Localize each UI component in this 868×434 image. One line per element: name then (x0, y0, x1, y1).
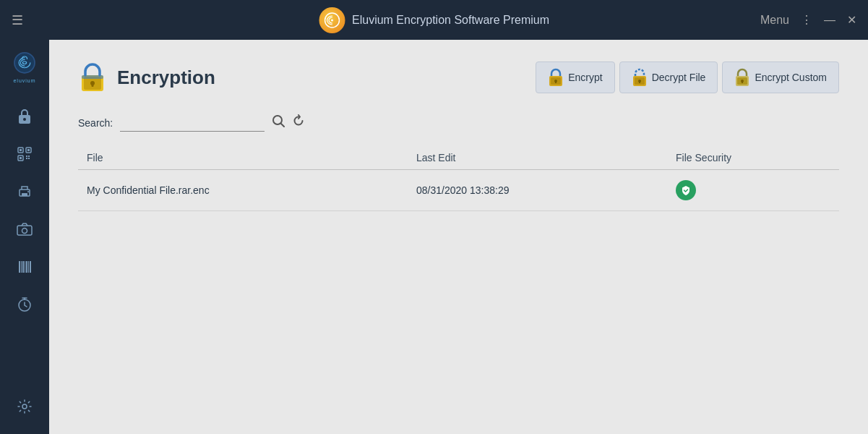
file-security-cell (667, 170, 839, 211)
decrypt-button[interactable]: Decrypt File (619, 61, 718, 93)
decrypt-lock-icon (632, 68, 648, 87)
svg-rect-10 (20, 157, 22, 159)
qr-icon (17, 147, 32, 161)
main-layout: eluvium (0, 40, 868, 434)
sidebar-item-settings[interactable] (9, 391, 40, 422)
search-button[interactable] (272, 114, 285, 131)
svg-rect-11 (26, 156, 27, 157)
svg-rect-9 (27, 149, 30, 151)
app-logo (319, 7, 345, 33)
sidebar-item-qr[interactable] (9, 138, 40, 170)
titlebar-left: ☰ (12, 12, 23, 28)
file-edit-cell: 08/31/2020 13:38:29 (408, 170, 667, 211)
sidebar-item-print[interactable] (9, 176, 40, 208)
print-icon (17, 184, 32, 199)
svg-point-19 (22, 229, 27, 234)
encrypt-custom-lock-icon (734, 68, 750, 87)
sidebar: eluvium (0, 40, 49, 434)
svg-rect-32 (92, 83, 94, 87)
encrypt-button[interactable]: Encrypt (536, 61, 614, 93)
svg-rect-20 (19, 261, 20, 273)
sidebar-item-timer[interactable] (9, 289, 40, 320)
svg-point-46 (273, 116, 282, 124)
file-name-cell: My Confidential File.rar.enc (78, 170, 408, 211)
svg-rect-8 (20, 149, 22, 151)
svg-point-17 (27, 191, 29, 192)
svg-point-28 (22, 404, 27, 409)
refresh-icon (292, 114, 305, 127)
svg-point-1 (331, 19, 333, 21)
svg-point-2 (14, 53, 35, 73)
file-table: File Last Edit File Security My Confiden… (78, 146, 839, 211)
col-last-edit: Last Edit (408, 146, 667, 170)
sidebar-item-barcode[interactable] (9, 251, 40, 283)
svg-rect-33 (82, 75, 103, 79)
lock-icon (17, 109, 32, 124)
svg-rect-45 (742, 81, 743, 83)
svg-rect-23 (25, 261, 25, 273)
page-title-area: Encryption (78, 63, 215, 92)
sidebar-logo-text: eluvium (13, 78, 35, 83)
svg-rect-21 (21, 261, 22, 273)
titlebar-right: Menu ⋮ — ✕ (760, 13, 856, 27)
sidebar-item-vault[interactable] (9, 101, 40, 132)
svg-rect-14 (28, 158, 30, 159)
logo-icon (324, 12, 340, 28)
search-icon (272, 114, 285, 127)
search-input[interactable] (120, 114, 265, 132)
lock-large-icon (79, 62, 106, 93)
encrypt-lock-icon (548, 68, 564, 87)
security-shield-icon (676, 180, 696, 200)
encrypt-label: Encrypt (568, 72, 602, 83)
col-file: File (78, 146, 408, 170)
settings-icon (17, 399, 32, 414)
search-row: Search: (78, 114, 839, 132)
svg-rect-37 (555, 81, 557, 83)
barcode-icon (17, 260, 32, 274)
fingerprint-logo-icon (10, 51, 39, 77)
table-body: My Confidential File.rar.enc08/31/2020 1… (78, 170, 839, 211)
menu-button[interactable]: Menu (760, 14, 789, 27)
search-label: Search: (78, 117, 113, 129)
content-area: Encryption Encrypt (49, 40, 868, 434)
page-header: Encryption Encrypt (78, 61, 839, 93)
svg-rect-24 (26, 261, 27, 273)
sidebar-item-camera[interactable] (9, 213, 40, 245)
table-header: File Last Edit File Security (78, 146, 839, 170)
svg-rect-41 (639, 81, 640, 83)
col-security: File Security (667, 146, 839, 170)
hamburger-icon[interactable]: ☰ (12, 12, 23, 28)
svg-rect-26 (30, 261, 31, 273)
timer-icon (17, 297, 32, 312)
camera-icon (17, 223, 33, 236)
svg-point-4 (23, 118, 26, 121)
titlebar: ☰ Eluvium Encryption Software Premium Me… (0, 0, 868, 40)
encrypt-custom-button[interactable]: Encrypt Custom (722, 61, 839, 93)
svg-rect-12 (28, 156, 30, 157)
more-options-button[interactable]: ⋮ (801, 13, 812, 27)
svg-rect-25 (28, 261, 29, 273)
minimize-button[interactable]: — (824, 14, 835, 27)
decrypt-label: Decrypt File (652, 72, 706, 83)
encrypt-custom-label: Encrypt Custom (755, 72, 827, 83)
svg-rect-13 (26, 158, 27, 159)
encryption-section-icon (78, 63, 107, 92)
refresh-button[interactable] (292, 114, 305, 131)
svg-rect-16 (22, 193, 27, 196)
page-title: Encryption (117, 67, 215, 89)
table-row[interactable]: My Confidential File.rar.enc08/31/2020 1… (78, 170, 839, 211)
titlebar-center: Eluvium Encryption Software Premium (319, 7, 549, 33)
action-buttons: Encrypt Decrypt File (536, 61, 839, 93)
sidebar-logo: eluvium (9, 51, 40, 83)
svg-rect-22 (22, 261, 24, 273)
app-title: Eluvium Encryption Software Premium (352, 14, 549, 27)
close-button[interactable]: ✕ (847, 13, 856, 27)
